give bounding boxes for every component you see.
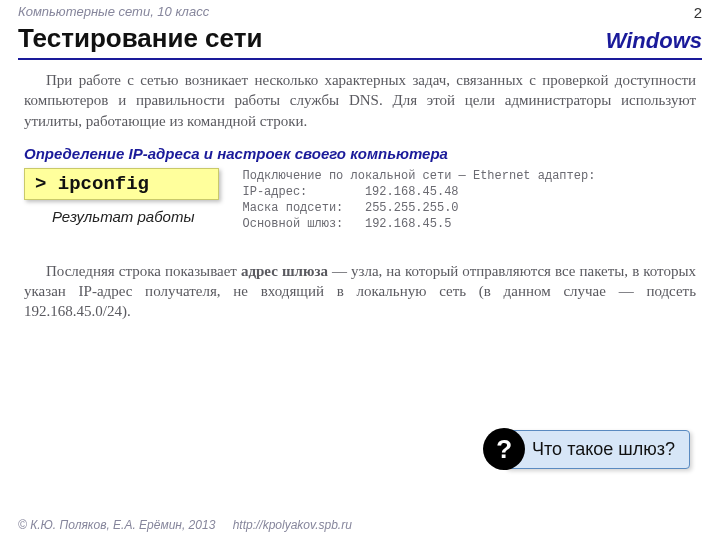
output-line-header: Подключение по локальной сети — Ethernet… (243, 168, 697, 184)
result-label: Результат работы (24, 200, 219, 225)
intro-paragraph: При работе с сетью возникает несколько х… (0, 70, 720, 131)
question-icon: ? (483, 428, 525, 470)
output-line: Основной шлюз: 192.168.45.5 (243, 216, 697, 232)
para2-pre: Последняя строка показывает (46, 263, 241, 279)
gateway-paragraph: Последняя строка показывает адрес шлюза … (0, 261, 720, 322)
intro-text: При работе с сетью возникает несколько х… (24, 72, 696, 129)
page-title: Тестирование сети (18, 23, 262, 54)
course-label: Компьютерные сети, 10 класс (18, 4, 209, 19)
question-text: Что такое шлюз? (505, 430, 690, 469)
para2-bold: адрес шлюза (241, 263, 328, 279)
title-row: Тестирование сети Windows (0, 21, 720, 54)
footer-url: http://kpolyakov.spb.ru (233, 518, 352, 532)
title-rule (18, 58, 702, 60)
subheading: Определение IP-адреса и настроек своего … (0, 131, 720, 168)
command-box: > ipconfig (24, 168, 219, 200)
output-line: IP-адрес: 192.168.45.48 (243, 184, 697, 200)
command-row: > ipconfig Результат работы Подключение … (0, 168, 720, 233)
page-number: 2 (694, 4, 702, 21)
question-callout: ? Что такое шлюз? (483, 428, 690, 470)
footer: © К.Ю. Поляков, Е.А. Ерёмин, 2013 http:/… (18, 518, 352, 532)
os-label: Windows (606, 28, 702, 54)
output-line: Маска подсети: 255.255.255.0 (243, 200, 697, 216)
command-output: Подключение по локальной сети — Ethernet… (243, 168, 697, 233)
header-row: Компьютерные сети, 10 класс 2 (0, 0, 720, 21)
footer-authors: © К.Ю. Поляков, Е.А. Ерёмин, 2013 (18, 518, 215, 532)
